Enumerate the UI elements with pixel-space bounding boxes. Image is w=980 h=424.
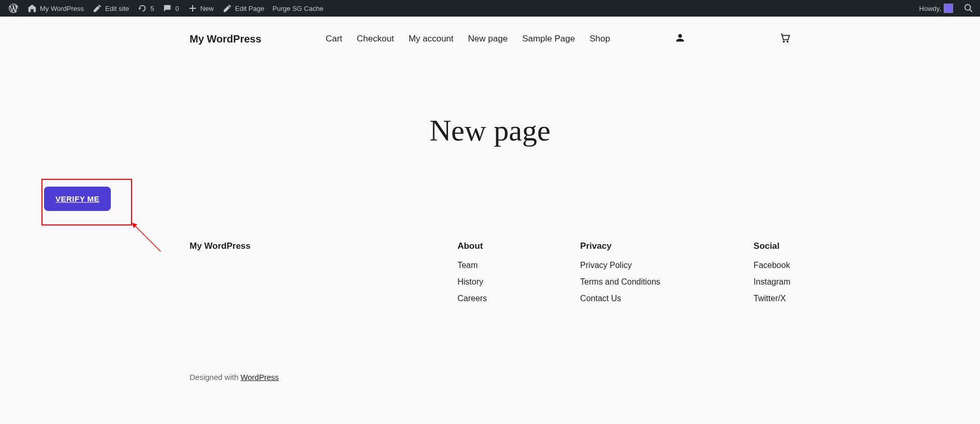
svg-marker-3 <box>132 223 137 228</box>
header-icons <box>674 32 790 46</box>
main-nav: Cart Checkout My account New page Sample… <box>326 34 610 44</box>
credit-prefix: Designed with <box>190 373 240 381</box>
footer-link-facebook[interactable]: Facebook <box>754 261 790 270</box>
admin-bar: My WordPress Edit site 5 0 New <box>0 0 980 17</box>
search-link[interactable] <box>961 0 976 17</box>
site-name-link[interactable]: My WordPress <box>23 0 88 17</box>
wordpress-icon <box>8 3 19 13</box>
site-title[interactable]: My WordPress <box>190 33 262 45</box>
page-title: New page <box>0 113 980 148</box>
admin-new-label: New <box>200 5 214 12</box>
svg-point-1 <box>787 41 788 42</box>
admin-updates-count: 5 <box>150 5 154 12</box>
footer-link-contact[interactable]: Contact Us <box>580 294 660 303</box>
pencil-icon <box>222 3 233 13</box>
home-icon <box>27 3 37 13</box>
nav-shop[interactable]: Shop <box>589 34 610 44</box>
comment-icon <box>162 3 172 13</box>
nav-checkout[interactable]: Checkout <box>357 34 394 44</box>
footer-privacy: Privacy Privacy Policy Terms and Conditi… <box>580 241 660 310</box>
svg-point-0 <box>783 41 784 42</box>
footer-link-history[interactable]: History <box>457 277 487 287</box>
verify-button[interactable]: VERIFY ME <box>44 187 111 211</box>
admin-purge-label: Purge SG Cache <box>272 5 323 12</box>
site-header: My WordPress Cart Checkout My account Ne… <box>179 17 801 61</box>
nav-my-account[interactable]: My account <box>409 34 454 44</box>
comments-link[interactable]: 0 <box>158 0 183 17</box>
annotation-arrow <box>132 223 163 254</box>
wordpress-logo[interactable] <box>4 0 23 17</box>
footer-social: Social Facebook Instagram Twitter/X <box>754 241 790 310</box>
site-footer: My WordPress About Team History Careers … <box>179 225 801 326</box>
edit-site-icon <box>92 3 103 13</box>
admin-site-name: My WordPress <box>40 5 84 12</box>
svg-line-2 <box>132 223 161 251</box>
account-icon[interactable] <box>674 32 686 46</box>
footer-link-privacy-policy[interactable]: Privacy Policy <box>580 261 660 270</box>
footer-about-heading: About <box>457 241 487 251</box>
admin-edit-page-label: Edit Page <box>235 5 264 12</box>
footer-about: About Team History Careers <box>457 241 487 310</box>
footer-columns: About Team History Careers Privacy Priva… <box>457 241 790 310</box>
update-icon <box>137 3 148 13</box>
footer-privacy-heading: Privacy <box>580 241 660 251</box>
edit-page-link[interactable]: Edit Page <box>218 0 268 17</box>
admin-edit-site-label: Edit site <box>105 5 129 12</box>
new-link[interactable]: New <box>183 0 218 17</box>
footer-brand[interactable]: My WordPress <box>190 241 251 310</box>
footer-link-twitter[interactable]: Twitter/X <box>754 294 790 303</box>
admin-comments-count: 0 <box>175 5 179 12</box>
footer-link-team[interactable]: Team <box>457 261 487 270</box>
footer-link-instagram[interactable]: Instagram <box>754 277 790 287</box>
credit-link[interactable]: WordPress <box>240 373 279 381</box>
plus-icon <box>188 3 198 13</box>
admin-bar-left: My WordPress Edit site 5 0 New <box>4 0 327 17</box>
bottom-footer: Designed with WordPress <box>179 362 801 392</box>
nav-new-page[interactable]: New page <box>468 34 508 44</box>
purge-cache-link[interactable]: Purge SG Cache <box>268 0 327 17</box>
search-icon <box>963 3 974 13</box>
verify-container: VERIFY ME <box>44 187 111 211</box>
user-avatar <box>944 4 953 13</box>
nav-cart[interactable]: Cart <box>326 34 342 44</box>
admin-howdy-label: Howdy, <box>919 5 941 12</box>
footer-link-terms[interactable]: Terms and Conditions <box>580 277 660 287</box>
edit-site-link[interactable]: Edit site <box>88 0 133 17</box>
updates-link[interactable]: 5 <box>133 0 158 17</box>
footer-social-heading: Social <box>754 241 790 251</box>
admin-bar-right: Howdy, <box>915 0 976 17</box>
footer-link-careers[interactable]: Careers <box>457 294 487 303</box>
nav-sample-page[interactable]: Sample Page <box>522 34 575 44</box>
cart-icon[interactable] <box>779 32 790 46</box>
howdy-link[interactable]: Howdy, <box>915 0 957 17</box>
